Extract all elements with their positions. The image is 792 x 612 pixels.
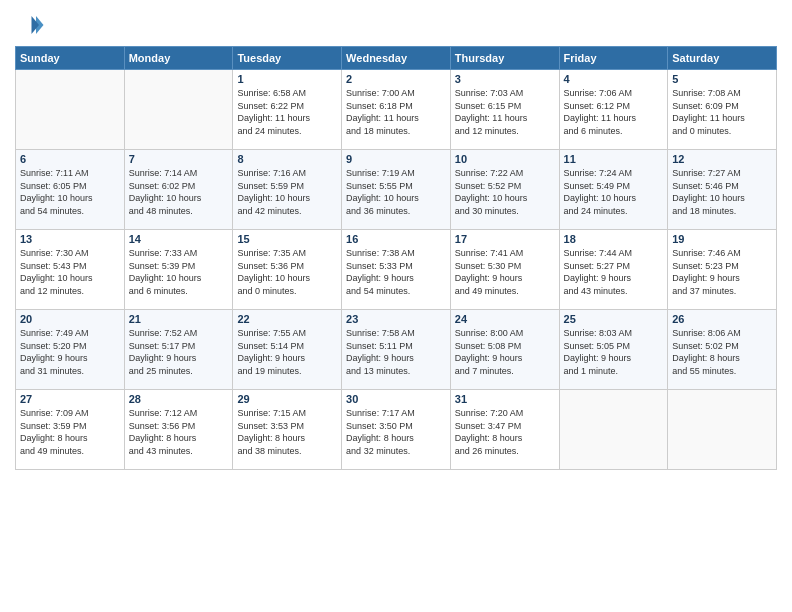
day-info: Sunrise: 7:52 AM Sunset: 5:17 PM Dayligh…: [129, 327, 229, 377]
weekday-header-monday: Monday: [124, 47, 233, 70]
calendar-cell: 22Sunrise: 7:55 AM Sunset: 5:14 PM Dayli…: [233, 310, 342, 390]
week-row-3: 13Sunrise: 7:30 AM Sunset: 5:43 PM Dayli…: [16, 230, 777, 310]
calendar-cell: [16, 70, 125, 150]
calendar-cell: 9Sunrise: 7:19 AM Sunset: 5:55 PM Daylig…: [342, 150, 451, 230]
calendar-cell: 1Sunrise: 6:58 AM Sunset: 6:22 PM Daylig…: [233, 70, 342, 150]
calendar-cell: 28Sunrise: 7:12 AM Sunset: 3:56 PM Dayli…: [124, 390, 233, 470]
day-number: 12: [672, 153, 772, 165]
day-number: 4: [564, 73, 664, 85]
day-number: 28: [129, 393, 229, 405]
day-info: Sunrise: 7:15 AM Sunset: 3:53 PM Dayligh…: [237, 407, 337, 457]
calendar-cell: 13Sunrise: 7:30 AM Sunset: 5:43 PM Dayli…: [16, 230, 125, 310]
day-number: 24: [455, 313, 555, 325]
day-info: Sunrise: 7:08 AM Sunset: 6:09 PM Dayligh…: [672, 87, 772, 137]
calendar-cell: 12Sunrise: 7:27 AM Sunset: 5:46 PM Dayli…: [668, 150, 777, 230]
calendar-cell: 23Sunrise: 7:58 AM Sunset: 5:11 PM Dayli…: [342, 310, 451, 390]
day-info: Sunrise: 8:06 AM Sunset: 5:02 PM Dayligh…: [672, 327, 772, 377]
calendar-cell: [124, 70, 233, 150]
calendar-cell: 2Sunrise: 7:00 AM Sunset: 6:18 PM Daylig…: [342, 70, 451, 150]
day-info: Sunrise: 8:03 AM Sunset: 5:05 PM Dayligh…: [564, 327, 664, 377]
calendar-cell: 6Sunrise: 7:11 AM Sunset: 6:05 PM Daylig…: [16, 150, 125, 230]
day-info: Sunrise: 7:22 AM Sunset: 5:52 PM Dayligh…: [455, 167, 555, 217]
calendar-cell: 25Sunrise: 8:03 AM Sunset: 5:05 PM Dayli…: [559, 310, 668, 390]
day-number: 22: [237, 313, 337, 325]
calendar-cell: 27Sunrise: 7:09 AM Sunset: 3:59 PM Dayli…: [16, 390, 125, 470]
weekday-header-thursday: Thursday: [450, 47, 559, 70]
day-info: Sunrise: 7:30 AM Sunset: 5:43 PM Dayligh…: [20, 247, 120, 297]
day-info: Sunrise: 7:38 AM Sunset: 5:33 PM Dayligh…: [346, 247, 446, 297]
weekday-header-row: SundayMondayTuesdayWednesdayThursdayFrid…: [16, 47, 777, 70]
day-info: Sunrise: 7:46 AM Sunset: 5:23 PM Dayligh…: [672, 247, 772, 297]
day-info: Sunrise: 7:24 AM Sunset: 5:49 PM Dayligh…: [564, 167, 664, 217]
day-info: Sunrise: 7:20 AM Sunset: 3:47 PM Dayligh…: [455, 407, 555, 457]
day-info: Sunrise: 7:19 AM Sunset: 5:55 PM Dayligh…: [346, 167, 446, 217]
day-number: 26: [672, 313, 772, 325]
day-number: 13: [20, 233, 120, 245]
day-number: 2: [346, 73, 446, 85]
day-number: 1: [237, 73, 337, 85]
calendar-cell: 8Sunrise: 7:16 AM Sunset: 5:59 PM Daylig…: [233, 150, 342, 230]
calendar-cell: 18Sunrise: 7:44 AM Sunset: 5:27 PM Dayli…: [559, 230, 668, 310]
day-info: Sunrise: 7:00 AM Sunset: 6:18 PM Dayligh…: [346, 87, 446, 137]
day-number: 31: [455, 393, 555, 405]
calendar-cell: 7Sunrise: 7:14 AM Sunset: 6:02 PM Daylig…: [124, 150, 233, 230]
calendar-cell: 31Sunrise: 7:20 AM Sunset: 3:47 PM Dayli…: [450, 390, 559, 470]
week-row-5: 27Sunrise: 7:09 AM Sunset: 3:59 PM Dayli…: [16, 390, 777, 470]
day-info: Sunrise: 7:17 AM Sunset: 3:50 PM Dayligh…: [346, 407, 446, 457]
week-row-1: 1Sunrise: 6:58 AM Sunset: 6:22 PM Daylig…: [16, 70, 777, 150]
day-info: Sunrise: 7:06 AM Sunset: 6:12 PM Dayligh…: [564, 87, 664, 137]
day-info: Sunrise: 7:55 AM Sunset: 5:14 PM Dayligh…: [237, 327, 337, 377]
calendar-cell: [668, 390, 777, 470]
calendar-cell: 15Sunrise: 7:35 AM Sunset: 5:36 PM Dayli…: [233, 230, 342, 310]
day-info: Sunrise: 7:16 AM Sunset: 5:59 PM Dayligh…: [237, 167, 337, 217]
day-number: 17: [455, 233, 555, 245]
calendar-cell: 11Sunrise: 7:24 AM Sunset: 5:49 PM Dayli…: [559, 150, 668, 230]
day-info: Sunrise: 7:09 AM Sunset: 3:59 PM Dayligh…: [20, 407, 120, 457]
day-info: Sunrise: 7:27 AM Sunset: 5:46 PM Dayligh…: [672, 167, 772, 217]
day-number: 10: [455, 153, 555, 165]
day-number: 3: [455, 73, 555, 85]
day-info: Sunrise: 7:12 AM Sunset: 3:56 PM Dayligh…: [129, 407, 229, 457]
day-info: Sunrise: 7:14 AM Sunset: 6:02 PM Dayligh…: [129, 167, 229, 217]
day-number: 25: [564, 313, 664, 325]
day-number: 19: [672, 233, 772, 245]
day-info: Sunrise: 7:03 AM Sunset: 6:15 PM Dayligh…: [455, 87, 555, 137]
weekday-header-wednesday: Wednesday: [342, 47, 451, 70]
day-number: 5: [672, 73, 772, 85]
calendar-cell: 3Sunrise: 7:03 AM Sunset: 6:15 PM Daylig…: [450, 70, 559, 150]
day-number: 21: [129, 313, 229, 325]
header: [15, 10, 777, 40]
calendar-cell: 5Sunrise: 7:08 AM Sunset: 6:09 PM Daylig…: [668, 70, 777, 150]
day-number: 27: [20, 393, 120, 405]
calendar-cell: [559, 390, 668, 470]
day-number: 16: [346, 233, 446, 245]
week-row-4: 20Sunrise: 7:49 AM Sunset: 5:20 PM Dayli…: [16, 310, 777, 390]
weekday-header-saturday: Saturday: [668, 47, 777, 70]
day-number: 15: [237, 233, 337, 245]
weekday-header-sunday: Sunday: [16, 47, 125, 70]
day-info: Sunrise: 7:11 AM Sunset: 6:05 PM Dayligh…: [20, 167, 120, 217]
calendar-cell: 26Sunrise: 8:06 AM Sunset: 5:02 PM Dayli…: [668, 310, 777, 390]
weekday-header-tuesday: Tuesday: [233, 47, 342, 70]
calendar-cell: 29Sunrise: 7:15 AM Sunset: 3:53 PM Dayli…: [233, 390, 342, 470]
logo: [15, 10, 49, 40]
calendar-cell: 30Sunrise: 7:17 AM Sunset: 3:50 PM Dayli…: [342, 390, 451, 470]
calendar-cell: 14Sunrise: 7:33 AM Sunset: 5:39 PM Dayli…: [124, 230, 233, 310]
logo-icon: [15, 10, 45, 40]
day-info: Sunrise: 7:44 AM Sunset: 5:27 PM Dayligh…: [564, 247, 664, 297]
calendar-cell: 24Sunrise: 8:00 AM Sunset: 5:08 PM Dayli…: [450, 310, 559, 390]
day-number: 18: [564, 233, 664, 245]
page: SundayMondayTuesdayWednesdayThursdayFrid…: [0, 0, 792, 612]
day-info: Sunrise: 7:33 AM Sunset: 5:39 PM Dayligh…: [129, 247, 229, 297]
day-info: Sunrise: 7:41 AM Sunset: 5:30 PM Dayligh…: [455, 247, 555, 297]
calendar-cell: 16Sunrise: 7:38 AM Sunset: 5:33 PM Dayli…: [342, 230, 451, 310]
day-number: 11: [564, 153, 664, 165]
calendar-cell: 21Sunrise: 7:52 AM Sunset: 5:17 PM Dayli…: [124, 310, 233, 390]
day-number: 30: [346, 393, 446, 405]
calendar-cell: 20Sunrise: 7:49 AM Sunset: 5:20 PM Dayli…: [16, 310, 125, 390]
weekday-header-friday: Friday: [559, 47, 668, 70]
calendar-cell: 19Sunrise: 7:46 AM Sunset: 5:23 PM Dayli…: [668, 230, 777, 310]
day-number: 20: [20, 313, 120, 325]
calendar-cell: 17Sunrise: 7:41 AM Sunset: 5:30 PM Dayli…: [450, 230, 559, 310]
day-number: 6: [20, 153, 120, 165]
